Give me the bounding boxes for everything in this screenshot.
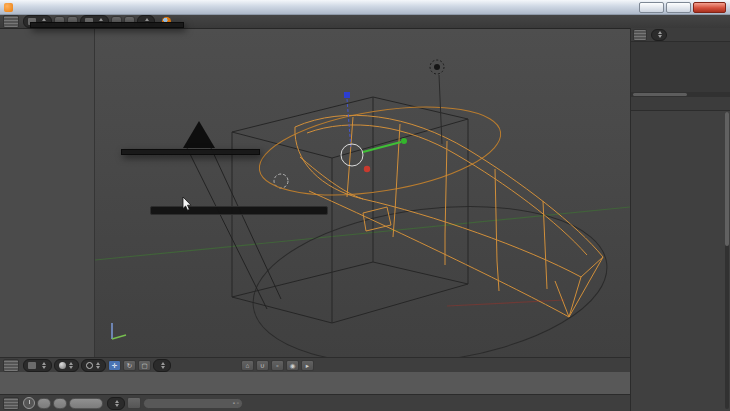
transform-manipulator[interactable] <box>341 92 407 172</box>
viewport-shading-select[interactable] <box>54 359 79 372</box>
blender-app-icon <box>4 3 13 12</box>
outliner-header <box>631 28 730 42</box>
time-icon[interactable] <box>23 397 35 409</box>
tool-shelf <box>0 29 95 357</box>
manipulator-ring[interactable] <box>341 144 363 166</box>
mouse-cursor <box>182 197 194 212</box>
editor-type-icon[interactable] <box>633 29 647 41</box>
outliner-tree <box>631 42 730 92</box>
manipulator-rotate-toggle[interactable]: ↻ <box>123 360 136 371</box>
boat-wireframe[interactable] <box>295 115 603 317</box>
transform-orientation-select[interactable] <box>153 359 171 372</box>
updown-arrows-icon <box>69 362 74 369</box>
updown-arrows-icon <box>96 362 101 369</box>
updown-arrows-icon <box>42 362 47 369</box>
mini-axis-gizmo <box>112 323 126 339</box>
outliner-filter-select[interactable] <box>651 29 667 41</box>
manipulator-translate-toggle[interactable]: ✛ <box>108 360 121 371</box>
editor-type-icon[interactable] <box>3 359 19 372</box>
key-icon: ▪ <box>233 400 235 406</box>
viewport-scene <box>95 29 630 357</box>
y-axis-handle[interactable] <box>401 138 407 144</box>
key-slash-icon: ▫ <box>237 400 239 406</box>
frame-end-field[interactable] <box>53 398 67 409</box>
view3d-header: ✛ ↻ ▢ ⌂ ∪ ▫ ◉ ▸ <box>0 357 630 372</box>
editor-type-icon[interactable] <box>3 397 19 410</box>
mode-select[interactable] <box>23 359 52 372</box>
file-menu <box>30 22 184 28</box>
import-submenu <box>121 149 260 155</box>
viewport-3d[interactable] <box>95 29 630 357</box>
render-opengl-anim-button[interactable]: ▸ <box>301 360 314 371</box>
properties-tab-bar <box>631 97 730 111</box>
properties-panel <box>631 110 724 411</box>
cone-silhouette[interactable] <box>183 121 215 148</box>
keying-set-field[interactable]: ▪ ▫ <box>143 398 243 409</box>
x-axis-handle[interactable] <box>364 166 370 172</box>
tooltip <box>150 206 328 215</box>
pivot-icon <box>86 362 93 369</box>
close-button[interactable] <box>693 2 726 13</box>
manipulator-scale-toggle[interactable]: ▢ <box>138 360 151 371</box>
z-axis-handle[interactable] <box>344 92 350 98</box>
snap-magnet-icon[interactable]: ∪ <box>256 360 269 371</box>
updown-arrows-icon <box>161 362 166 369</box>
sync-mode-select[interactable] <box>107 397 125 410</box>
timeline-header: ▪ ▫ <box>0 394 630 411</box>
current-frame-field[interactable] <box>69 398 103 409</box>
blender-window: ✛ ↻ ▢ ⌂ ∪ ▫ ◉ ▸ ▪ ▫ <box>0 0 730 411</box>
cone-edges <box>187 148 281 309</box>
minimize-button[interactable] <box>639 2 664 13</box>
render-opengl-button[interactable]: ◉ <box>286 360 299 371</box>
window-titlebar <box>0 0 730 15</box>
right-panel <box>630 28 730 411</box>
snap-element-icon[interactable]: ▫ <box>271 360 284 371</box>
timeline-ruler[interactable] <box>0 372 630 394</box>
object-mode-icon <box>28 362 36 369</box>
lock-icon[interactable]: ⌂ <box>241 360 254 371</box>
editor-type-icon[interactable] <box>3 15 19 28</box>
frame-start-field[interactable] <box>37 398 51 409</box>
updown-arrows-icon <box>115 400 120 407</box>
outliner-hscrollbar[interactable] <box>631 92 730 97</box>
updown-arrows-icon <box>658 31 663 38</box>
record-button[interactable] <box>127 397 141 409</box>
maximize-button[interactable] <box>666 2 691 13</box>
shading-sphere-icon <box>59 362 66 369</box>
bezier-circle[interactable] <box>253 92 507 209</box>
pivot-point-select[interactable] <box>81 359 106 372</box>
properties-vscrollbar[interactable] <box>725 112 729 409</box>
